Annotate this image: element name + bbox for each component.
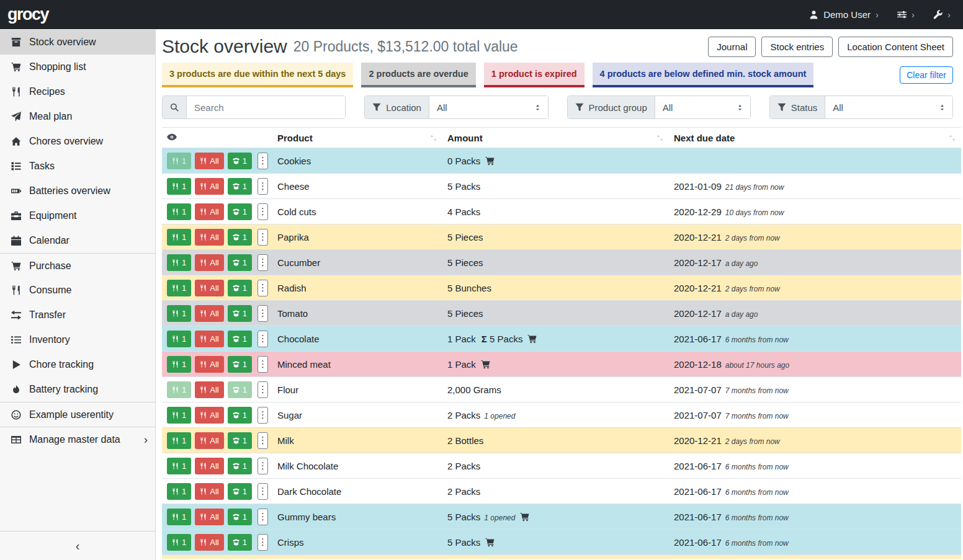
product-group-select[interactable]: All xyxy=(655,96,750,118)
consume-all-button[interactable]: All xyxy=(195,178,223,195)
location-select[interactable]: All xyxy=(429,96,548,118)
consume-one-button[interactable]: 1 xyxy=(167,153,191,169)
product-column-header[interactable]: Product xyxy=(272,128,442,148)
row-menu-button[interactable]: ⋮ xyxy=(258,254,268,271)
open-one-button[interactable]: 1 xyxy=(228,305,252,322)
sidebar-item-chore-tracking[interactable]: Chore tracking xyxy=(0,352,155,377)
open-one-button[interactable]: 1 xyxy=(228,356,252,373)
app-logo[interactable]: grocy xyxy=(7,5,48,24)
consume-all-button[interactable]: All xyxy=(195,203,223,220)
row-menu-button[interactable]: ⋮ xyxy=(258,407,268,424)
row-menu-button[interactable]: ⋮ xyxy=(258,331,268,347)
consume-one-button[interactable]: 1 xyxy=(167,432,191,449)
consume-all-button[interactable]: All xyxy=(195,407,223,424)
sidebar-item-chores-overview[interactable]: Chores overview xyxy=(0,129,155,154)
open-one-button[interactable]: 1 xyxy=(228,458,252,474)
admin-menu[interactable]: › xyxy=(933,9,951,20)
open-one-button[interactable]: 1 xyxy=(228,254,252,271)
filter-banner-below-min[interactable]: 4 products are below defined min. stock … xyxy=(593,63,814,87)
sidebar-item-example-userentity[interactable]: Example userentity xyxy=(0,402,155,427)
filter-banner-expired[interactable]: 1 product is expired xyxy=(484,63,585,87)
journal-button[interactable]: Journal xyxy=(708,37,756,57)
consume-all-button[interactable]: All xyxy=(195,483,223,500)
open-one-button[interactable]: 1 xyxy=(228,432,252,449)
filter-banner-due[interactable]: 3 products are due within the next 5 day… xyxy=(162,63,353,87)
consume-all-button[interactable]: All xyxy=(195,153,223,169)
sidebar-collapse-button[interactable]: ‹ xyxy=(0,531,155,560)
consume-all-button[interactable]: All xyxy=(195,534,223,551)
row-menu-button[interactable]: ⋮ xyxy=(258,305,268,322)
open-one-button[interactable]: 1 xyxy=(228,178,252,195)
consume-one-button[interactable]: 1 xyxy=(167,458,191,474)
status-select[interactable]: All xyxy=(825,96,952,118)
consume-all-button[interactable]: All xyxy=(195,432,223,449)
row-menu-button[interactable]: ⋮ xyxy=(258,458,268,474)
row-menu-button[interactable]: ⋮ xyxy=(258,203,268,220)
sidebar-item-shopping-list[interactable]: Shopping list xyxy=(0,55,155,79)
consume-all-button[interactable]: All xyxy=(195,509,223,525)
row-menu-button[interactable]: ⋮ xyxy=(258,229,268,246)
open-one-button[interactable]: 1 xyxy=(228,280,252,296)
consume-one-button[interactable]: 1 xyxy=(167,178,191,195)
row-menu-button[interactable]: ⋮ xyxy=(258,483,268,500)
sidebar-item-stock-overview[interactable]: Stock overview xyxy=(0,30,155,55)
sidebar-item-meal-plan[interactable]: Meal plan xyxy=(0,104,155,129)
filter-banner-overdue[interactable]: 2 products are overdue xyxy=(361,63,475,87)
row-menu-button[interactable]: ⋮ xyxy=(258,381,268,398)
row-menu-button[interactable]: ⋮ xyxy=(258,534,268,551)
consume-all-button[interactable]: All xyxy=(195,458,223,474)
location-content-sheet-button[interactable]: Location Content Sheet xyxy=(838,37,953,57)
sidebar-item-consume[interactable]: Consume xyxy=(0,278,155,303)
open-one-button[interactable]: 1 xyxy=(228,153,252,169)
sidebar-item-recipes[interactable]: Recipes xyxy=(0,79,155,104)
consume-all-button[interactable]: All xyxy=(195,280,223,296)
consume-one-button[interactable]: 1 xyxy=(167,229,191,246)
consume-one-button[interactable]: 1 xyxy=(167,305,191,322)
sidebar-item-manage-master-data[interactable]: Manage master data › xyxy=(0,427,155,451)
sidebar-item-purchase[interactable]: Purchase xyxy=(0,253,155,278)
open-one-button[interactable]: 1 xyxy=(228,229,252,246)
open-one-button[interactable]: 1 xyxy=(228,381,252,398)
row-menu-button[interactable]: ⋮ xyxy=(258,178,268,195)
row-menu-button[interactable]: ⋮ xyxy=(258,432,268,449)
consume-one-button[interactable]: 1 xyxy=(167,407,191,424)
consume-one-button[interactable]: 1 xyxy=(167,203,191,220)
open-one-button[interactable]: 1 xyxy=(228,407,252,424)
sidebar-item-tasks[interactable]: Tasks xyxy=(0,154,155,179)
consume-one-button[interactable]: 1 xyxy=(167,483,191,500)
open-one-button[interactable]: 1 xyxy=(228,331,252,347)
consume-all-button[interactable]: All xyxy=(195,305,223,322)
row-menu-button[interactable]: ⋮ xyxy=(258,153,268,169)
consume-one-button[interactable]: 1 xyxy=(167,280,191,296)
consume-one-button[interactable]: 1 xyxy=(167,509,191,525)
amount-column-header[interactable]: Amount xyxy=(442,128,669,148)
sidebar-item-batteries-overview[interactable]: Batteries overview xyxy=(0,179,155,203)
user-menu[interactable]: Demo User › xyxy=(809,9,879,20)
open-one-button[interactable]: 1 xyxy=(228,203,252,220)
row-menu-button[interactable]: ⋮ xyxy=(258,356,268,373)
row-menu-button[interactable]: ⋮ xyxy=(258,280,268,296)
consume-one-button[interactable]: 1 xyxy=(167,254,191,271)
sidebar-item-equipment[interactable]: Equipment xyxy=(0,203,155,228)
settings-menu[interactable]: › xyxy=(897,9,915,20)
sidebar-item-inventory[interactable]: Inventory xyxy=(0,327,155,352)
sidebar-item-transfer[interactable]: Transfer xyxy=(0,303,155,327)
consume-all-button[interactable]: All xyxy=(195,356,223,373)
consume-all-button[interactable]: All xyxy=(195,229,223,246)
open-one-button[interactable]: 1 xyxy=(228,483,252,500)
open-one-button[interactable]: 1 xyxy=(228,509,252,525)
column-visibility-header[interactable] xyxy=(162,128,272,148)
open-one-button[interactable]: 1 xyxy=(228,534,252,551)
consume-all-button[interactable]: All xyxy=(195,331,223,347)
consume-one-button[interactable]: 1 xyxy=(167,331,191,347)
consume-one-button[interactable]: 1 xyxy=(167,534,191,551)
due-date-column-header[interactable]: Next due date xyxy=(669,128,961,148)
stock-entries-button[interactable]: Stock entries xyxy=(761,37,833,57)
consume-one-button[interactable]: 1 xyxy=(167,381,191,398)
consume-one-button[interactable]: 1 xyxy=(167,356,191,373)
row-menu-button[interactable]: ⋮ xyxy=(258,509,268,525)
sidebar-item-battery-tracking[interactable]: Battery tracking xyxy=(0,377,155,402)
search-input[interactable] xyxy=(187,96,345,118)
sidebar-item-calendar[interactable]: Calendar xyxy=(0,228,155,253)
consume-all-button[interactable]: All xyxy=(195,254,223,271)
